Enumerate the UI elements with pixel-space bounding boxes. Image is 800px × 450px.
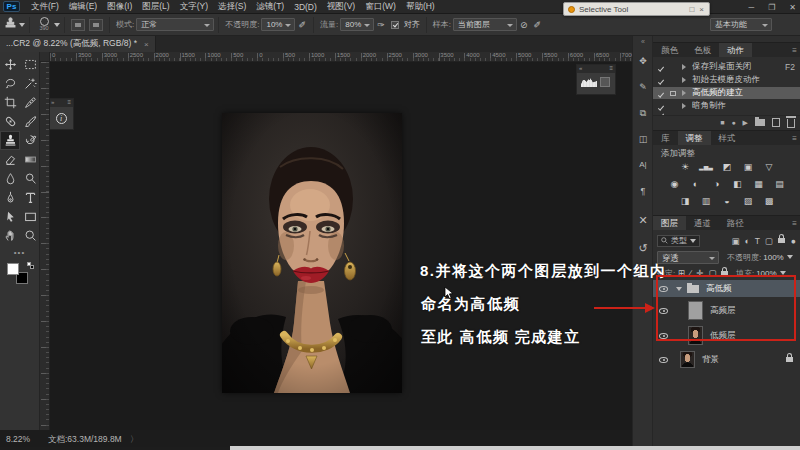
ignore-adjustment-layers-icon[interactable]: ⊘	[520, 20, 528, 30]
channel-mixer-icon[interactable]: ▦	[751, 178, 767, 191]
levels-icon[interactable]: ▂▅▃	[698, 161, 714, 174]
selective-tool-restore-button[interactable]: □	[689, 5, 694, 14]
toolbar-more-icon[interactable]: •••	[0, 248, 39, 257]
expand-arrow-icon[interactable]	[682, 88, 692, 98]
background-layer-row[interactable]: 背景	[653, 349, 800, 370]
menu-window[interactable]: 窗口(W)	[365, 1, 396, 13]
action-row[interactable]: 暗角制作	[653, 100, 800, 112]
clone-source-panel-icon[interactable]: ⧉	[633, 108, 653, 119]
collapse-arrows-icon[interactable]: «	[633, 38, 653, 45]
gradient-tool[interactable]	[20, 150, 40, 169]
menu-file[interactable]: 文件(F)	[31, 1, 59, 13]
black-white-icon[interactable]: ◑	[709, 178, 725, 191]
tab-adjustments[interactable]: 调整	[678, 131, 711, 145]
tool-preset-icon[interactable]	[4, 17, 17, 32]
dodge-tool[interactable]	[20, 169, 40, 188]
threshold-icon[interactable]: ◒	[719, 195, 735, 208]
stop-icon[interactable]: ■	[720, 119, 724, 126]
tab-color[interactable]: 颜色	[653, 43, 686, 57]
character-panel-icon[interactable]: A|	[633, 160, 653, 169]
tool-preset-arrow-icon[interactable]	[19, 23, 25, 27]
selective-color-icon[interactable]: ▩	[761, 195, 777, 208]
eraser-tool[interactable]	[0, 150, 20, 169]
tab-swatches[interactable]: 色板	[686, 43, 719, 57]
menu-type[interactable]: 文字(Y)	[180, 1, 208, 13]
default-colors-icon[interactable]	[27, 262, 34, 269]
panel-menu-icon[interactable]: ≡	[792, 131, 800, 145]
move-tool[interactable]	[0, 55, 20, 74]
menu-layer[interactable]: 图层(L)	[142, 1, 169, 13]
align-checkbox[interactable]	[391, 21, 399, 29]
opacity-dropdown[interactable]: 10%	[261, 18, 295, 31]
layer-thumbnail[interactable]	[680, 351, 695, 368]
panel-menu-icon[interactable]: ≡	[792, 216, 800, 230]
zoom-level[interactable]: 8.22%	[6, 434, 30, 444]
collapse-arrows-icon[interactable]: «	[579, 65, 582, 73]
gradient-map-icon[interactable]: ▨	[740, 195, 756, 208]
foreground-color-swatch[interactable]	[7, 263, 19, 275]
menu-3d[interactable]: 3D(D)	[294, 2, 317, 12]
tab-channels[interactable]: 通道	[686, 216, 719, 230]
play-icon[interactable]: ▶	[743, 119, 748, 127]
exposure-icon[interactable]: ▣	[740, 161, 756, 174]
pen-tool[interactable]	[0, 188, 20, 207]
brush-tool[interactable]	[20, 112, 40, 131]
magic-wand-tool[interactable]	[20, 74, 40, 93]
brush-picker-arrow-icon[interactable]	[54, 23, 60, 27]
tool-presets-panel-icon[interactable]: ◫	[633, 134, 653, 144]
selective-tool-window[interactable]: Selective Tool □ ×	[563, 2, 710, 16]
healing-brush-tool[interactable]	[0, 112, 20, 131]
menu-filter[interactable]: 滤镜(T)	[256, 1, 284, 13]
filter-adjustment-layers-icon[interactable]: ◐	[744, 236, 749, 246]
opacity-arrow-icon[interactable]	[787, 255, 793, 259]
invert-icon[interactable]: ◨	[677, 195, 693, 208]
collapse-arrows-icon[interactable]: »	[51, 99, 54, 107]
document-close-icon[interactable]: ×	[144, 40, 149, 49]
expand-arrow-icon[interactable]	[682, 75, 692, 85]
eyedropper-tool[interactable]	[20, 93, 40, 112]
filter-smart-object-icon[interactable]	[778, 238, 785, 243]
airbrush-icon[interactable]: ✑	[377, 20, 385, 30]
history-brush-tool[interactable]	[20, 131, 40, 150]
lasso-tool[interactable]	[0, 74, 20, 93]
record-icon[interactable]: ●	[731, 119, 735, 126]
tab-libraries[interactable]: 库	[653, 131, 678, 145]
action-check-icon[interactable]	[658, 62, 670, 72]
panel-menu-icon[interactable]: ≡	[792, 43, 800, 57]
action-row[interactable]: 保存到桌面关闭 F2	[653, 61, 800, 73]
layer-filter-type-dropdown[interactable]: 类型	[657, 235, 700, 247]
filter-toggle-icon[interactable]: ●	[791, 236, 796, 246]
expand-arrow-icon[interactable]	[682, 101, 692, 111]
brightness-contrast-icon[interactable]: ☀	[677, 161, 693, 174]
visibility-eye-icon[interactable]	[659, 357, 668, 363]
pen-pressure-size-icon[interactable]: ✐	[534, 20, 542, 30]
modal-dialog-icon[interactable]	[670, 88, 682, 98]
filter-type-layers-icon[interactable]: T	[755, 236, 760, 246]
tab-actions[interactable]: 动作	[719, 43, 752, 57]
blur-tool[interactable]	[0, 169, 20, 188]
zoom-tool[interactable]	[20, 226, 40, 245]
rectangle-tool[interactable]	[20, 207, 40, 226]
menu-view[interactable]: 视图(V)	[327, 1, 355, 13]
hue-saturation-icon[interactable]: ◉	[667, 178, 683, 191]
color-lookup-icon[interactable]: ▤	[772, 178, 788, 191]
action-row[interactable]: 初始去模磨皮动作	[653, 74, 800, 86]
sample-dropdown[interactable]: 当前图层	[453, 18, 517, 31]
panel-menu-icon[interactable]: ≡	[609, 65, 613, 73]
action-check-icon[interactable]	[658, 88, 670, 98]
clone-stamp-tool[interactable]	[0, 131, 20, 150]
photo-document[interactable]	[222, 113, 402, 393]
color-balance-icon[interactable]: ◐	[688, 178, 704, 191]
brush-preset-picker[interactable]: 390	[34, 16, 54, 34]
toggle-clone-source-panel-icon[interactable]	[89, 19, 103, 31]
action-row-selected[interactable]: 高低频的建立	[653, 87, 800, 99]
close-button[interactable]: ✕	[789, 3, 796, 12]
pen-pressure-opacity-icon[interactable]: ✐	[298, 20, 306, 30]
histogram-mini-panel[interactable]: «≡	[576, 64, 616, 95]
workspace-dropdown[interactable]: 基本功能	[710, 18, 772, 31]
document-tab[interactable]: ...CR2 @ 8.22% (高低频, RGB/8) * ×	[0, 36, 156, 52]
minimize-button[interactable]: ─	[748, 3, 754, 12]
navigator-panel-icon[interactable]: ✥	[633, 56, 653, 66]
status-arrow-icon[interactable]: 〉	[130, 434, 139, 446]
filter-pixel-layers-icon[interactable]: ▣	[731, 236, 739, 246]
